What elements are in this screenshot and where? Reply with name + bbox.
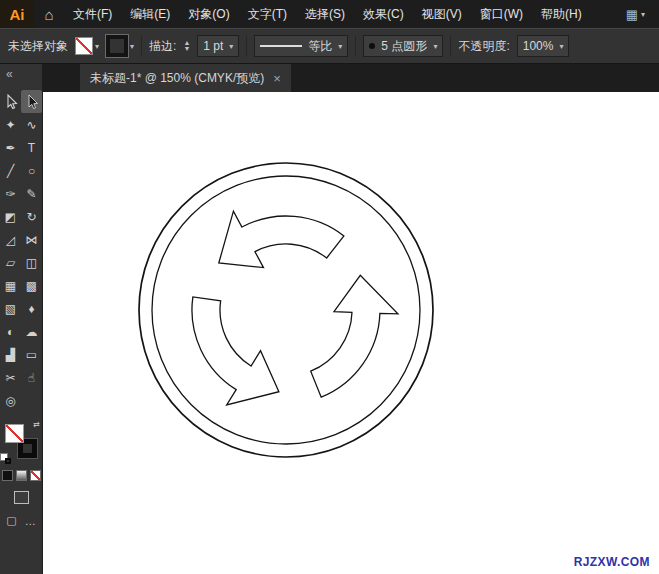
zoom-tool[interactable]: ◎	[0, 389, 21, 412]
document-tab-title: 未标题-1* @ 150% (CMYK/预览)	[90, 70, 264, 87]
magic-wand-tool[interactable]: ✦	[0, 113, 21, 136]
pen-tool[interactable]: ✒	[0, 136, 21, 159]
menu-edit[interactable]: 编辑(E)	[121, 0, 179, 28]
document-area: 未标题-1* @ 150% (CMYK/预览) × RJZXW.	[43, 64, 659, 574]
workspace-switcher[interactable]: ▦ ▾	[626, 7, 645, 22]
default-fill-stroke-icon[interactable]	[0, 453, 9, 462]
blend-tool[interactable]: ◐	[0, 320, 21, 343]
tools-panel: « ✦ ∿ ✒ T ╱ ○ ✑	[0, 64, 43, 574]
arrow-right-up-path[interactable]	[311, 275, 398, 397]
fill-swatch-none[interactable]	[5, 424, 24, 443]
eraser-tool[interactable]: ◩	[0, 205, 21, 228]
brush-preview-icon	[369, 43, 375, 49]
chevron-down-icon: ▾	[559, 42, 563, 51]
eyedropper-tool[interactable]: ♦	[21, 297, 42, 320]
scale-tool[interactable]: ◿	[0, 228, 21, 251]
fill-color-picker[interactable]: ▾	[75, 37, 99, 55]
menu-file[interactable]: 文件(F)	[64, 0, 121, 28]
menu-view[interactable]: 视图(V)	[413, 0, 471, 28]
color-button[interactable]	[2, 470, 13, 481]
width-profile-value: 等比	[308, 38, 332, 55]
artboard-tool[interactable]: ▭	[21, 343, 42, 366]
gradient-tool[interactable]: ▧	[0, 297, 21, 320]
chevron-down-icon: ▾	[641, 10, 645, 19]
pencil-tool[interactable]: ✎	[21, 182, 42, 205]
direct-selection-tool[interactable]	[0, 90, 21, 113]
menu-window[interactable]: 窗口(W)	[471, 0, 532, 28]
close-icon[interactable]: ×	[273, 71, 281, 86]
brush-definition-select[interactable]: 5 点圆形 ▾	[363, 35, 443, 57]
mini-stroke-icon	[5, 458, 11, 464]
selection-status: 未选择对象	[8, 38, 68, 55]
toolbar-bottom-row: ▢ …	[6, 514, 35, 527]
document-tab[interactable]: 未标题-1* @ 150% (CMYK/预览) ×	[80, 64, 291, 92]
collapse-double-chevron-icon: «	[6, 67, 13, 81]
column-graph-tool[interactable]: ▟	[0, 343, 21, 366]
none-button[interactable]	[30, 470, 41, 481]
mesh-tool[interactable]: ▩	[21, 274, 42, 297]
white-arrow-cursor-icon	[3, 94, 18, 110]
arrow-bottom-path[interactable]	[155, 288, 304, 424]
watermark-text: RJZXW.COM	[574, 555, 650, 569]
ellipse-tool[interactable]: ○	[21, 159, 42, 182]
chevron-down-icon: ▾	[433, 42, 437, 51]
divider	[450, 36, 451, 56]
edit-toolbar-button[interactable]: …	[25, 515, 36, 527]
divider	[141, 36, 142, 56]
menu-effect[interactable]: 效果(C)	[354, 0, 413, 28]
fill-stroke-indicator: ⇄	[5, 424, 37, 458]
paintbrush-tool[interactable]: ✑	[0, 182, 21, 205]
line-segment-tool[interactable]: ╱	[0, 159, 21, 182]
stroke-color-picker[interactable]: ▾	[106, 35, 134, 57]
chevron-down-icon: ▾	[229, 42, 233, 51]
width-tool[interactable]: ⋈	[21, 228, 42, 251]
stroke-weight-stepper[interactable]: ▲ ▼	[183, 40, 190, 52]
tools-panel-collapse[interactable]: «	[0, 64, 42, 90]
menu-bar: Ai ⌂ 文件(F) 编辑(E) 对象(O) 文字(T) 选择(S) 效果(C)…	[0, 0, 659, 28]
divider	[246, 36, 247, 56]
stroke-weight-value: 1 pt	[203, 39, 223, 53]
symbol-sprayer-tool[interactable]: ☁	[21, 320, 42, 343]
home-icon[interactable]: ⌂	[34, 6, 64, 23]
hand-tool[interactable]: ☝	[21, 366, 42, 389]
black-arrow-cursor-icon	[24, 94, 39, 110]
drawing-mode-button[interactable]	[14, 491, 29, 504]
stroke-weight-select[interactable]: 1 pt ▾	[197, 35, 239, 57]
width-profile-select[interactable]: 等比 ▾	[254, 35, 348, 57]
brush-definition-value: 5 点圆形	[381, 38, 427, 55]
chevron-down-icon: ▾	[338, 42, 342, 51]
type-tool[interactable]: T	[21, 136, 42, 159]
empty-tool-slot	[21, 389, 42, 412]
control-bar: 未选择对象 ▾ ▾ 描边: ▲ ▼ 1 pt ▾ 等比 ▾ 5 点圆形 ▾	[0, 28, 659, 64]
color-mode-row	[2, 470, 41, 481]
gradient-button[interactable]	[16, 470, 27, 481]
selection-tool[interactable]	[21, 90, 42, 113]
perspective-grid-tool[interactable]: ▦	[0, 274, 21, 297]
artboard-canvas[interactable]: RJZXW.COM	[43, 92, 659, 574]
stroke-swatch-icon	[106, 35, 128, 57]
shape-builder-tool[interactable]: ◫	[21, 251, 42, 274]
roundabout-sign-artwork[interactable]	[43, 92, 659, 574]
workspace-grid-icon: ▦	[626, 7, 638, 22]
menu-type[interactable]: 文字(T)	[239, 0, 296, 28]
slice-tool[interactable]: ✂	[0, 366, 21, 389]
screen-mode-button[interactable]: ▢	[6, 514, 16, 527]
tools-grid: ✦ ∿ ✒ T ╱ ○ ✑ ✎ ◩ ↻ ◿ ⋈ ▱ ◫ ▦ ▩ ▧ ♦ ◐ ☁	[0, 90, 42, 412]
menu-object[interactable]: 对象(O)	[179, 0, 238, 28]
illustrator-logo-icon: Ai	[0, 0, 34, 28]
document-tab-bar: 未标题-1* @ 150% (CMYK/预览) ×	[43, 64, 659, 92]
free-transform-tool[interactable]: ▱	[0, 251, 21, 274]
illustrator-window: Ai ⌂ 文件(F) 编辑(E) 对象(O) 文字(T) 选择(S) 效果(C)…	[0, 0, 659, 574]
chevron-down-icon: ▾	[95, 42, 99, 51]
rotate-tool[interactable]: ↻	[21, 205, 42, 228]
menu-help[interactable]: 帮助(H)	[532, 0, 591, 28]
menu-select[interactable]: 选择(S)	[296, 0, 354, 28]
opacity-label: 不透明度:	[458, 38, 509, 55]
opacity-select[interactable]: 100% ▾	[517, 35, 570, 57]
swap-fill-stroke-icon[interactable]: ⇄	[33, 420, 40, 429]
divider	[355, 36, 356, 56]
draw-normal-icon	[14, 491, 29, 504]
fill-none-swatch-icon	[75, 37, 93, 55]
arrow-top-left-path[interactable]	[200, 169, 349, 305]
lasso-tool[interactable]: ∿	[21, 113, 42, 136]
